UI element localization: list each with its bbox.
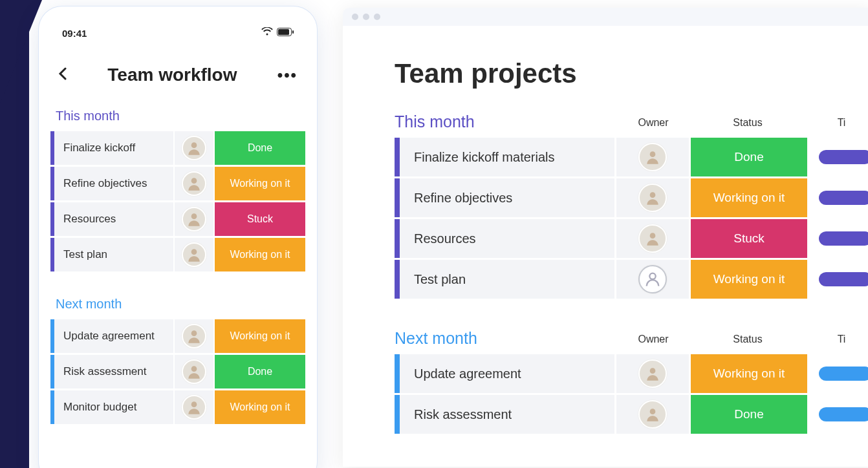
status-badge[interactable]: Working on it [691,178,807,217]
page-title: Team projects [395,58,868,89]
avatar[interactable] [182,207,206,231]
group-title[interactable]: Next month [395,329,477,350]
status-badge[interactable]: Working on it [691,260,807,299]
timeline-pill[interactable] [819,407,868,421]
timeline-pill[interactable] [819,191,868,205]
status-badge[interactable]: Stuck [691,219,807,258]
group-color-bar [395,395,400,434]
timeline-cell[interactable] [819,219,868,258]
avatar[interactable] [182,395,206,420]
svg-point-3 [191,142,197,148]
timeline-cell[interactable] [819,260,868,299]
avatar[interactable] [638,224,667,253]
timeline-pill[interactable] [819,367,868,381]
column-header-time[interactable]: Ti [806,117,864,131]
task-owner-cell[interactable] [616,354,689,393]
task-row[interactable]: Risk assessmentDone [50,355,305,388]
timeline-cell[interactable] [819,138,868,176]
avatar[interactable] [182,324,206,348]
status-badge[interactable]: Done [691,395,807,434]
avatar[interactable] [638,184,667,212]
task-row[interactable]: Update agreementWorking on it [395,354,868,393]
task-row[interactable]: Monitor budgetWorking on it [50,390,305,424]
task-owner-cell[interactable] [175,202,213,236]
column-header-status[interactable]: Status [689,334,806,348]
task-name[interactable]: Monitor budget [54,390,173,424]
status-badge[interactable]: Working on it [215,167,305,200]
timeline-pill[interactable] [819,150,868,164]
task-row[interactable]: Test planWorking on it [395,260,868,299]
task-name[interactable]: Test plan [54,238,173,271]
task-owner-cell[interactable] [616,138,689,176]
avatar[interactable] [638,400,667,429]
status-badge[interactable]: Stuck [215,202,305,236]
task-row[interactable]: Finalize kickoff materialsDone [395,138,868,176]
task-row[interactable]: Risk assessmentDone [395,395,868,434]
avatar-placeholder[interactable] [638,265,667,293]
task-row[interactable]: ResourcesStuck [395,219,868,258]
columns-header: This monthOwnerStatusTi [395,112,868,131]
phone-title: Team workflow [107,65,237,85]
task-owner-cell[interactable] [175,238,213,271]
task-owner-cell[interactable] [616,178,689,217]
background-triangle [0,0,42,103]
column-header-owner[interactable]: Owner [617,117,689,131]
task-name[interactable]: Refine objectives [400,178,614,217]
timeline-cell[interactable] [819,178,868,217]
group-title[interactable]: This month [395,112,475,133]
avatar[interactable] [638,143,667,171]
status-badge[interactable]: Done [215,131,305,165]
more-icon[interactable]: ••• [277,66,298,84]
task-row[interactable]: Update agreementWorking on it [50,319,305,353]
group-title[interactable]: This month [50,103,305,131]
task-name[interactable]: Risk assessment [54,355,173,388]
status-badge[interactable]: Done [215,355,305,388]
task-row[interactable]: ResourcesStuck [50,202,305,236]
task-owner-cell[interactable] [616,395,689,434]
status-badge[interactable]: Working on it [215,390,305,424]
task-owner-cell[interactable] [175,319,213,353]
group-title[interactable]: Next month [50,292,305,319]
task-row[interactable]: Refine objectivesWorking on it [50,167,305,200]
task-owner-cell[interactable] [175,131,213,165]
task-name[interactable]: Test plan [400,260,614,299]
column-header-owner[interactable]: Owner [617,334,689,348]
task-row[interactable]: Test planWorking on it [50,238,305,271]
task-name[interactable]: Refine objectives [54,167,173,200]
back-icon[interactable] [58,67,67,83]
avatar[interactable] [182,136,206,160]
task-owner-cell[interactable] [175,355,213,388]
status-badge[interactable]: Working on it [215,238,305,271]
svg-rect-1 [278,29,289,35]
task-owner-cell[interactable] [616,260,689,299]
battery-icon [277,27,294,39]
task-row[interactable]: Refine objectivesWorking on it [395,178,868,217]
column-header-status[interactable]: Status [689,117,806,131]
column-header-time[interactable]: Ti [806,334,864,348]
svg-point-13 [649,273,655,279]
status-badge[interactable]: Working on it [691,354,807,393]
task-name[interactable]: Update agreement [400,354,614,393]
phone-header: Team workflow ••• [50,57,305,103]
status-badge[interactable]: Working on it [215,319,305,353]
task-owner-cell[interactable] [175,167,213,200]
task-owner-cell[interactable] [616,219,689,258]
task-name[interactable]: Finalize kickoff [54,131,173,165]
task-name[interactable]: Resources [400,219,614,258]
avatar[interactable] [182,242,206,267]
task-row[interactable]: Finalize kickoffDone [50,131,305,165]
status-badge[interactable]: Done [691,138,807,176]
avatar[interactable] [638,359,667,388]
avatar[interactable] [182,171,206,196]
timeline-pill[interactable] [819,272,868,286]
task-name[interactable]: Risk assessment [400,395,614,434]
timeline-cell[interactable] [819,395,868,434]
svg-point-14 [650,368,656,374]
timeline-cell[interactable] [819,354,868,393]
task-name[interactable]: Update agreement [54,319,173,353]
timeline-pill[interactable] [819,231,868,246]
task-name[interactable]: Resources [54,202,173,236]
task-owner-cell[interactable] [175,390,213,424]
task-name[interactable]: Finalize kickoff materials [400,138,614,176]
avatar[interactable] [182,359,206,384]
